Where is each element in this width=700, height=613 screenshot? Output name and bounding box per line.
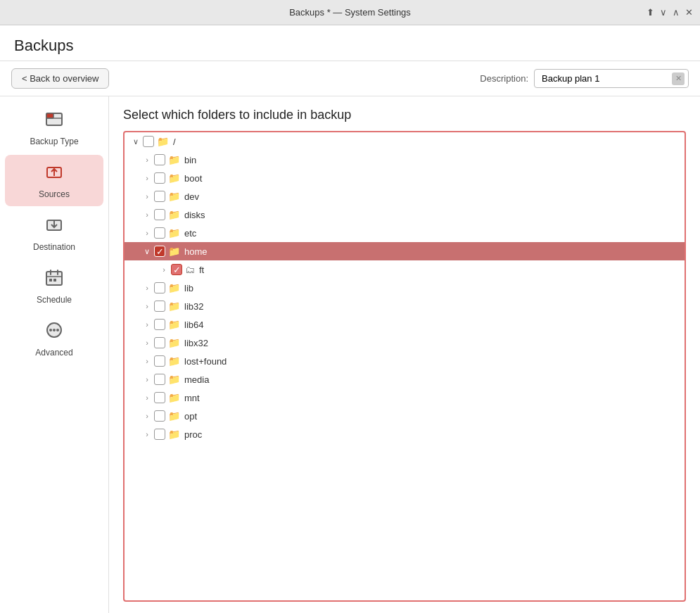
folder-icon-lib64: 📁: [168, 319, 180, 330]
folder-icon-libx32: 📁: [168, 337, 180, 348]
expand-root[interactable]: ∨: [130, 136, 141, 147]
restore-icon[interactable]: ∨: [660, 7, 667, 18]
sources-icon: [44, 162, 64, 187]
tree-item-media[interactable]: › 📁 media: [125, 370, 685, 388]
checkbox-mnt[interactable]: [154, 392, 165, 403]
expand-lib64[interactable]: ›: [141, 319, 153, 330]
expand-bin[interactable]: ›: [141, 154, 153, 165]
sidebar-label-schedule: Schedule: [37, 295, 72, 305]
minimize-icon[interactable]: ⬆: [647, 7, 654, 18]
tree-item-lib32[interactable]: › 📁 lib32: [125, 297, 685, 315]
checkbox-root[interactable]: [143, 136, 154, 147]
description-area: Description: ✕: [480, 69, 689, 88]
checkbox-lib32[interactable]: [154, 301, 165, 312]
checkbox-media[interactable]: [154, 374, 165, 385]
checkbox-disks[interactable]: [154, 209, 165, 220]
tree-item-lostfound[interactable]: › 📁 lost+found: [125, 352, 685, 370]
sidebar-label-advanced: Advanced: [35, 348, 72, 358]
expand-lib32[interactable]: ›: [141, 301, 153, 312]
folder-name-lostfound: lost+found: [184, 356, 227, 367]
sidebar-item-backup-type[interactable]: Backup Type: [5, 102, 103, 153]
expand-dev[interactable]: ›: [141, 191, 153, 202]
app-title: Backups: [14, 37, 73, 54]
toolbar: < Back to overview Description: ✕: [0, 61, 700, 96]
tree-item-mnt[interactable]: › 📁 mnt: [125, 388, 685, 407]
tree-item-home[interactable]: ∨ ✓ 📁 home: [125, 242, 685, 260]
folder-name-bin: bin: [184, 155, 196, 165]
tree-item-proc[interactable]: › 📁 proc: [125, 425, 685, 443]
window-controls[interactable]: ⬆ ∨ ∧ ✕: [647, 7, 693, 18]
tree-item-libx32[interactable]: › 📁 libx32: [125, 334, 685, 352]
checkbox-lostfound[interactable]: [154, 355, 165, 367]
expand-disks[interactable]: ›: [141, 209, 153, 220]
folder-name-home: home: [184, 246, 208, 257]
tree-item-lib64[interactable]: › 📁 lib64: [125, 315, 685, 334]
checkbox-libx32[interactable]: [154, 337, 165, 348]
sidebar-label-destination: Destination: [33, 242, 75, 252]
folder-name-boot: boot: [184, 173, 202, 184]
checkbox-proc[interactable]: [154, 429, 165, 440]
main-content: Backup Type Sources: [0, 96, 700, 613]
folder-name-etc: etc: [184, 228, 196, 239]
tree-item-etc[interactable]: › 📁 etc: [125, 224, 685, 242]
sidebar-item-schedule[interactable]: Schedule: [5, 260, 103, 312]
folder-icon-opt: 📁: [168, 410, 180, 422]
schedule-icon: [44, 267, 64, 292]
folder-icon-lib32: 📁: [168, 301, 180, 312]
expand-home[interactable]: ∨: [141, 246, 153, 257]
content-title: Select which folders to include in backu…: [123, 108, 686, 122]
folder-name-disks: disks: [184, 210, 205, 220]
expand-lib[interactable]: ›: [141, 282, 153, 293]
tree-item-bin[interactable]: › 📁 bin: [125, 151, 685, 169]
expand-etc[interactable]: ›: [141, 227, 153, 239]
tree-item-root[interactable]: ∨ 📁 /: [125, 132, 685, 151]
svg-point-15: [53, 329, 56, 331]
tree-item-ft[interactable]: › ✓ 🗂 ft: [125, 260, 685, 279]
app-window: Backups < Back to overview Description: …: [0, 25, 700, 613]
folder-icon-lib: 📁: [168, 282, 180, 293]
checkbox-lib[interactable]: [154, 282, 165, 293]
checkbox-dev[interactable]: [154, 191, 165, 202]
folder-icon-etc: 📁: [168, 227, 180, 239]
clear-input-icon[interactable]: ✕: [672, 72, 685, 85]
checkbox-home[interactable]: ✓: [154, 246, 165, 257]
checkbox-etc[interactable]: [154, 227, 165, 239]
tree-item-opt[interactable]: › 📁 opt: [125, 407, 685, 425]
close-icon[interactable]: ✕: [685, 7, 693, 18]
sidebar-item-advanced[interactable]: Advanced: [5, 313, 103, 365]
back-button[interactable]: < Back to overview: [11, 68, 109, 89]
checkbox-lib64[interactable]: [154, 319, 165, 330]
sidebar-item-sources[interactable]: Sources: [5, 155, 103, 206]
expand-libx32[interactable]: ›: [141, 337, 153, 348]
advanced-icon: [44, 320, 64, 345]
checkbox-opt[interactable]: [154, 410, 165, 422]
folder-icon-ft: 🗂: [185, 264, 195, 275]
svg-point-14: [49, 329, 52, 331]
folder-tree-container[interactable]: ∨ 📁 / › 📁 bin › 📁 boot: [123, 131, 686, 602]
checkbox-boot[interactable]: [154, 172, 165, 184]
sidebar-item-destination[interactable]: Destination: [5, 208, 103, 259]
expand-mnt[interactable]: ›: [141, 392, 153, 403]
folder-icon-root: 📁: [157, 136, 169, 147]
tree-item-lib[interactable]: › 📁 lib: [125, 279, 685, 297]
expand-boot[interactable]: ›: [141, 172, 153, 184]
folder-name-ft: ft: [199, 265, 204, 275]
expand-ft[interactable]: ›: [158, 264, 170, 275]
expand-lostfound[interactable]: ›: [141, 355, 153, 367]
folder-name-dev: dev: [184, 191, 199, 202]
folder-name-proc: proc: [184, 429, 202, 440]
folder-name-root: /: [173, 137, 176, 147]
checkbox-bin[interactable]: [154, 154, 165, 165]
svg-rect-7: [46, 272, 62, 285]
folder-name-lib64: lib64: [184, 320, 203, 330]
sidebar-label-sources: Sources: [39, 189, 70, 199]
maximize-icon[interactable]: ∧: [673, 7, 680, 18]
tree-item-dev[interactable]: › 📁 dev: [125, 187, 685, 206]
tree-item-boot[interactable]: › 📁 boot: [125, 169, 685, 187]
expand-opt[interactable]: ›: [141, 410, 153, 422]
tree-item-disks[interactable]: › 📁 disks: [125, 206, 685, 224]
description-input[interactable]: [534, 69, 689, 88]
expand-media[interactable]: ›: [141, 374, 153, 385]
checkbox-ft[interactable]: ✓: [171, 264, 182, 275]
expand-proc[interactable]: ›: [141, 429, 153, 440]
